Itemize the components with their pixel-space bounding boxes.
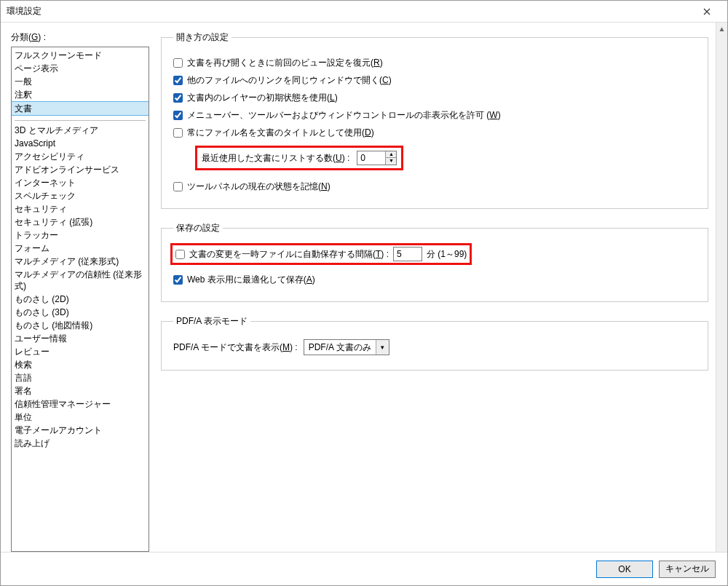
- list-item[interactable]: 検索: [12, 358, 149, 371]
- layer-initial-state-checkbox[interactable]: 文書内のレイヤーの初期状態を使用(L): [173, 92, 338, 104]
- settings-panel: 開き方の設定 文書を再び開くときに前回のビュー設定を復元(R) 他のファイルへの…: [149, 31, 708, 552]
- spinner-up-icon[interactable]: ▲: [386, 151, 396, 158]
- list-item[interactable]: 言語: [12, 371, 149, 384]
- remember-tool-panel-checkbox[interactable]: ツールパネルの現在の状態を記憶(N): [173, 181, 331, 193]
- autosave-interval-unit: 分 (1～99): [427, 248, 467, 261]
- window-title: 環境設定: [7, 5, 692, 17]
- list-item[interactable]: ものさし (3D): [12, 306, 149, 319]
- list-item[interactable]: アクセシビリティ: [12, 150, 149, 163]
- list-item[interactable]: 電子メールアカウント: [12, 424, 149, 437]
- pdfa-mode-group: PDF/A 表示モード PDF/A モードで文書を表示(M) : PDF/A 文…: [161, 315, 708, 371]
- autosave-interval-input[interactable]: [394, 248, 422, 261]
- list-item[interactable]: マルチメディアの信頼性 (従来形式): [12, 268, 149, 293]
- open-settings-group: 開き方の設定 文書を再び開くときに前回のビュー設定を復元(R) 他のファイルへの…: [161, 31, 708, 209]
- list-item[interactable]: セキュリティ (拡張): [12, 215, 149, 229]
- recent-docs-label: 最近使用した文書にリストする数(U) :: [202, 152, 349, 165]
- category-label: 分類(G) :: [11, 31, 149, 44]
- list-item[interactable]: 信頼性管理マネージャー: [12, 397, 149, 411]
- autosave-checkbox[interactable]: 文書の変更を一時ファイルに自動保存する間隔(T) :: [175, 248, 389, 261]
- list-item[interactable]: セキュリティ: [12, 202, 149, 215]
- autosave-highlight: 文書の変更を一時ファイルに自動保存する間隔(T) : 分 (1～99): [170, 243, 472, 265]
- autosave-interval-spinner[interactable]: [393, 247, 422, 261]
- restore-view-checkbox[interactable]: 文書を再び開くときに前回のビュー設定を復元(R): [173, 57, 383, 69]
- list-item[interactable]: 単位: [12, 411, 149, 424]
- list-item[interactable]: アドビオンラインサービス: [12, 163, 149, 176]
- open-settings-legend: 開き方の設定: [173, 31, 232, 44]
- list-item[interactable]: ものさし (2D): [12, 293, 149, 306]
- list-item[interactable]: トラッカー: [12, 229, 149, 242]
- list-item[interactable]: マルチメディア (従来形式): [12, 255, 149, 268]
- recent-docs-spinner[interactable]: ▲ ▼: [357, 151, 397, 165]
- button-bar: OK キャンセル: [1, 552, 727, 585]
- list-item[interactable]: ページ表示: [12, 62, 149, 75]
- titlebar: 環境設定: [1, 1, 727, 23]
- cancel-button[interactable]: キャンセル: [659, 561, 716, 578]
- recent-docs-highlight: 最近使用した文書にリストする数(U) : ▲ ▼: [195, 146, 403, 170]
- same-window-links-checkbox[interactable]: 他のファイルへのリンクを同じウィンドウで開く(C): [173, 74, 392, 87]
- close-button[interactable]: [692, 1, 721, 22]
- pdfa-mode-value: PDF/A 文書のみ: [304, 341, 376, 354]
- pdfa-mode-legend: PDF/A 表示モード: [173, 315, 250, 328]
- list-item[interactable]: 注釈: [12, 88, 149, 101]
- list-item[interactable]: フォーム: [12, 242, 149, 255]
- pdfa-mode-combo[interactable]: PDF/A 文書のみ ▼: [304, 339, 389, 355]
- filename-as-title-checkbox[interactable]: 常にファイル名を文書のタイトルとして使用(D): [173, 127, 374, 139]
- category-column: 分類(G) : フルスクリーンモードページ表示一般注釈文書 3D とマルチメディ…: [11, 31, 149, 552]
- list-item[interactable]: 一般: [12, 75, 149, 88]
- scroll-up-icon[interactable]: ▲: [716, 23, 727, 34]
- pdfa-mode-label: PDF/A モードで文書を表示(M) :: [173, 341, 298, 354]
- list-item[interactable]: ものさし (地図情報): [12, 319, 149, 332]
- list-item[interactable]: スペルチェック: [12, 189, 149, 202]
- list-item[interactable]: フルスクリーンモード: [12, 49, 149, 62]
- category-listbox[interactable]: フルスクリーンモードページ表示一般注釈文書 3D とマルチメディアJavaScr…: [11, 47, 149, 552]
- list-item[interactable]: 署名: [12, 384, 149, 397]
- allow-hide-controls-checkbox[interactable]: メニューバー、ツールバーおよびウィンドウコントロールの非表示化を許可 (W): [173, 109, 501, 122]
- spinner-down-icon[interactable]: ▼: [386, 158, 396, 165]
- close-icon: [703, 8, 711, 15]
- chevron-down-icon[interactable]: ▼: [376, 340, 389, 355]
- list-item[interactable]: レビュー: [12, 345, 149, 358]
- list-item[interactable]: ユーザー情報: [12, 332, 149, 345]
- list-item[interactable]: 文書: [12, 101, 149, 116]
- recent-docs-input[interactable]: [357, 151, 385, 165]
- list-separator: [15, 120, 146, 121]
- save-settings-legend: 保存の設定: [173, 222, 223, 234]
- vertical-scrollbar[interactable]: ▲: [716, 23, 727, 552]
- ok-button[interactable]: OK: [596, 561, 653, 578]
- optimize-web-checkbox[interactable]: Web 表示用に最適化して保存(A): [173, 274, 315, 286]
- list-item[interactable]: インターネット: [12, 176, 149, 189]
- list-item[interactable]: 3D とマルチメディア: [12, 124, 149, 137]
- list-item[interactable]: 読み上げ: [12, 437, 149, 450]
- list-item[interactable]: JavaScript: [12, 137, 149, 150]
- save-settings-group: 保存の設定 文書の変更を一時ファイルに自動保存する間隔(T) : 分 (1～99…: [161, 222, 708, 302]
